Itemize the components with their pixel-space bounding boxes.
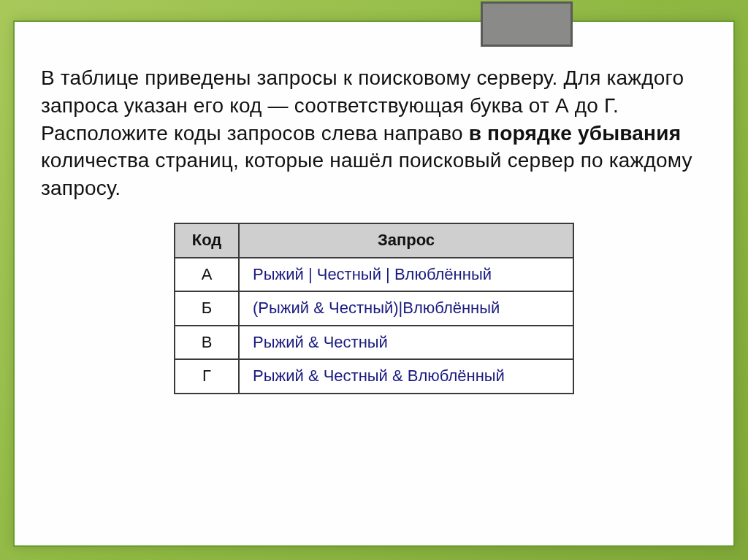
cell-code: Г bbox=[175, 359, 239, 394]
slide-card: В таблице приведены запросы к поисковому… bbox=[13, 20, 735, 547]
table-row: В Рыжий & Честный bbox=[175, 326, 573, 360]
decorative-tab bbox=[481, 1, 573, 47]
cell-code: А bbox=[175, 258, 239, 292]
query-table: Код Запрос А Рыжий | Честный | Влюблённы… bbox=[174, 223, 574, 394]
table-header-row: Код Запрос bbox=[175, 223, 573, 258]
cell-query: Рыжий & Честный & Влюблённый bbox=[239, 359, 573, 394]
question-text: В таблице приведены запросы к поисковому… bbox=[41, 64, 707, 202]
header-query: Запрос bbox=[239, 223, 573, 258]
question-part2: количества страниц, которые нашёл поиско… bbox=[41, 149, 692, 199]
cell-query: Рыжий | Честный | Влюблённый bbox=[239, 258, 573, 292]
cell-code: Б bbox=[175, 291, 239, 326]
table-container: Код Запрос А Рыжий | Честный | Влюблённы… bbox=[41, 223, 707, 394]
cell-query: Рыжий & Честный bbox=[239, 326, 573, 360]
table-row: А Рыжий | Честный | Влюблённый bbox=[175, 258, 573, 292]
table-row: Г Рыжий & Честный & Влюблённый bbox=[175, 359, 573, 394]
cell-query: (Рыжий & Честный)|Влюблённый bbox=[239, 291, 573, 326]
cell-code: В bbox=[175, 326, 239, 360]
header-code: Код bbox=[175, 223, 239, 258]
content-area: В таблице приведены запросы к поисковому… bbox=[15, 22, 733, 409]
question-bold: в порядке убывания bbox=[469, 122, 681, 145]
table-row: Б (Рыжий & Честный)|Влюблённый bbox=[175, 291, 573, 326]
